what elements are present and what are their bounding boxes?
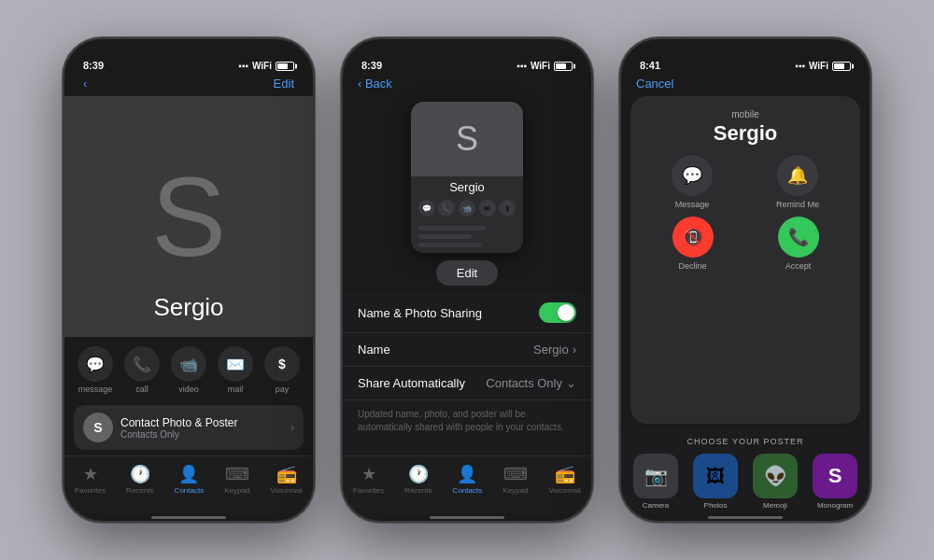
- phone2-nav: ‹ Back: [343, 75, 591, 96]
- favorites-label-2: Favorites: [353, 486, 384, 495]
- remindme-label: Remind Me: [776, 200, 819, 209]
- notch-1: [137, 39, 240, 63]
- memoji-poster-icon: 👽: [753, 454, 798, 498]
- name-value: Sergio ›: [533, 343, 576, 357]
- battery-3: [832, 62, 851, 71]
- wifi-1: WiFi: [252, 61, 272, 71]
- name-photo-label: Name & Photo Sharing: [358, 306, 482, 320]
- call-icon: 📞: [124, 346, 160, 382]
- home-indicator-1: [64, 513, 313, 521]
- poster-title: CHOOSE YOUR POSTER: [629, 437, 862, 446]
- banner-title: Contact Photo & Poster: [120, 416, 283, 429]
- mail-icon: ✉️: [218, 346, 253, 382]
- tab-bar-2: ★ Favorites 🕐 Recents 👤 Contacts ⌨ Keypa…: [343, 455, 591, 513]
- incoming-top-actions: 💬 Message 🔔 Remind Me: [640, 155, 851, 209]
- accept-label: Accept: [785, 261, 812, 271]
- remindme-action[interactable]: 🔔 Remind Me: [776, 155, 819, 209]
- contacts-icon-1: 👤: [178, 464, 199, 484]
- share-auto-label: Share Automatically: [358, 376, 465, 390]
- message-call-label: Message: [675, 200, 710, 209]
- tab-keypad-2[interactable]: ⌨ Keypad: [502, 464, 528, 495]
- action-mail[interactable]: ✉️ mail: [218, 346, 253, 394]
- contacts-label-1: Contacts: [175, 486, 205, 495]
- tab-voicemail-2[interactable]: 📻 Voicemail: [549, 464, 581, 495]
- poster-photos[interactable]: 🖼 Photos: [693, 454, 738, 510]
- keypad-label-2: Keypad: [502, 486, 528, 495]
- contacts-label-2: Contacts: [453, 486, 483, 495]
- poster-options: 📷 Camera 🖼 Photos 👽 Memoji S Monogram: [629, 454, 862, 510]
- recents-icon-2: 🕐: [408, 464, 429, 484]
- recents-label-1: Recents: [126, 486, 153, 495]
- share-auto-row[interactable]: Share Automatically Contacts Only ⌄: [343, 367, 591, 400]
- keypad-icon-1: ⌨: [225, 464, 249, 484]
- tab-favorites-1[interactable]: ★ Favorites: [75, 464, 106, 495]
- message-icon: 💬: [78, 346, 113, 382]
- message-label: message: [78, 385, 113, 394]
- tab-favorites-2[interactable]: ★ Favorites: [353, 464, 384, 495]
- pay-icon: $: [264, 346, 300, 382]
- poster-monogram[interactable]: S Monogram: [813, 454, 857, 510]
- incoming-call-card: mobile Sergio 💬 Message 🔔 Remind Me 📵 De…: [630, 96, 860, 424]
- name-photo-sharing-row[interactable]: Name & Photo Sharing: [343, 293, 591, 333]
- memoji-poster-label: Memoji: [763, 501, 787, 510]
- accept-action[interactable]: 📞 Accept: [778, 217, 819, 271]
- photos-poster-label: Photos: [704, 501, 728, 510]
- contact-preview: S Sergio 💬 📞 📹 ✉ $ Edit: [343, 96, 591, 293]
- pay-label: pay: [276, 385, 290, 394]
- video-label: video: [178, 385, 199, 394]
- back-btn-1[interactable]: ‹: [83, 77, 87, 91]
- favorites-icon-1: ★: [83, 464, 98, 484]
- phone-2: 8:39 ▪▪▪ WiFi ‹ Back S Sergio 💬 📞 📹: [341, 37, 593, 523]
- phone3-nav: Cancel: [621, 75, 870, 96]
- preview-msg: 💬: [418, 200, 435, 217]
- tab-voicemail-1[interactable]: 📻 Voicemail: [271, 464, 303, 495]
- tab-contacts-2[interactable]: 👤 Contacts: [453, 464, 483, 495]
- tab-bar-1: ★ Favorites 🕐 Recents 👤 Contacts ⌨ Keypa…: [64, 455, 313, 513]
- share-auto-value: Contacts Only ⌄: [486, 376, 576, 390]
- edit-pill[interactable]: Edit: [436, 260, 498, 286]
- cancel-btn[interactable]: Cancel: [636, 77, 673, 91]
- preview-mail: ✉: [479, 200, 496, 217]
- edit-btn-1[interactable]: Edit: [274, 77, 294, 91]
- tab-keypad-1[interactable]: ⌨ Keypad: [224, 464, 249, 495]
- preview-actions-row: 💬 📞 📹 ✉ $: [411, 196, 523, 220]
- call-label: call: [135, 385, 149, 394]
- action-video[interactable]: 📹 video: [171, 346, 206, 394]
- preview-vid: 📹: [459, 200, 475, 217]
- poster-camera[interactable]: 📷 Camera: [633, 454, 678, 510]
- action-pay[interactable]: $ pay: [264, 346, 300, 394]
- back-btn-2[interactable]: ‹ Back: [358, 77, 392, 91]
- home-indicator-2: [343, 513, 591, 521]
- tab-recents-2[interactable]: 🕐 Recents: [404, 464, 432, 495]
- action-call[interactable]: 📞 call: [124, 346, 160, 394]
- voicemail-icon-2: 📻: [555, 464, 575, 484]
- name-label: Name: [358, 343, 390, 357]
- recents-icon-1: 🕐: [130, 464, 150, 484]
- signal-1: ▪▪▪: [238, 61, 248, 71]
- message-action[interactable]: 💬 Message: [672, 155, 713, 209]
- camera-poster-label: Camera: [643, 501, 669, 510]
- sharing-toggle[interactable]: [539, 302, 576, 323]
- video-icon: 📹: [171, 346, 206, 382]
- screen-3: Cancel mobile Sergio 💬 Message 🔔 Remind …: [621, 75, 870, 521]
- phone-3: 8:41 ▪▪▪ WiFi Cancel mobile Sergio 💬 Mes…: [619, 37, 871, 523]
- status-icons-1: ▪▪▪ WiFi: [238, 61, 294, 71]
- contact-photo-banner[interactable]: S Contact Photo & Poster Contacts Only ›: [74, 405, 304, 450]
- keypad-label-1: Keypad: [224, 486, 249, 495]
- keypad-icon-2: ⌨: [503, 464, 528, 484]
- action-message[interactable]: 💬 message: [78, 346, 113, 394]
- wifi-3: WiFi: [809, 61, 828, 71]
- contact-hero: S Sergio: [64, 96, 313, 337]
- voicemail-label-2: Voicemail: [549, 486, 581, 495]
- camera-poster-icon: 📷: [633, 454, 678, 498]
- poster-memoji[interactable]: 👽 Memoji: [753, 454, 798, 510]
- incoming-main-actions: 📵 Decline 📞 Accept: [640, 217, 851, 271]
- status-icons-2: ▪▪▪ WiFi: [517, 61, 573, 71]
- mail-label: mail: [228, 385, 244, 394]
- tab-recents-1[interactable]: 🕐 Recents: [126, 464, 153, 495]
- decline-action[interactable]: 📵 Decline: [672, 217, 714, 271]
- monogram-poster-icon: S: [813, 454, 857, 498]
- name-row[interactable]: Name Sergio ›: [343, 333, 591, 367]
- tab-contacts-1[interactable]: 👤 Contacts: [175, 464, 205, 495]
- preview-pay: $: [499, 200, 516, 217]
